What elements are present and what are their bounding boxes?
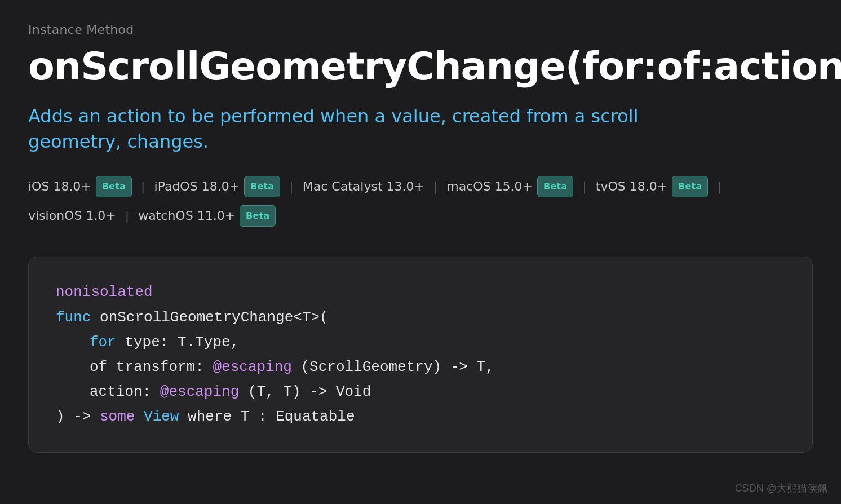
sep5: |: [717, 174, 721, 199]
platform-mac-catalyst-label: Mac Catalyst 13.0+: [303, 174, 424, 199]
code-line-1: nonisolated: [56, 280, 785, 304]
platform-watchos-label: watchOS 11.0+: [138, 204, 235, 228]
code-action-rest: [151, 383, 160, 400]
category-label: Instance Method: [28, 23, 813, 37]
macos-beta-badge: Beta: [537, 176, 573, 197]
keyword-nonisolated: nonisolated: [56, 284, 153, 300]
tvos-beta-badge: Beta: [672, 176, 708, 197]
code-line-4: of transform: @escaping (ScrollGeometry)…: [56, 355, 785, 379]
platform-macos-label: macOS 15.0+: [446, 174, 533, 199]
keyword-view: View: [135, 408, 179, 425]
code-of-rest: transform:: [107, 359, 213, 375]
platform-row-2: visionOS 1.0+ | watchOS 11.0+ Beta: [28, 204, 813, 228]
platform-ios-label: iOS 18.0+: [28, 174, 91, 199]
sep1: |: [141, 174, 145, 199]
sep6: |: [125, 204, 129, 228]
code-return-start: ) ->: [56, 408, 100, 425]
watermark: CSDN @大熊猫侯佩: [735, 481, 827, 495]
sep3: |: [433, 174, 437, 199]
ios-beta-badge: Beta: [96, 176, 132, 197]
platform-macos: macOS 15.0+ Beta: [446, 174, 573, 199]
code-where-clause: where T : Equatable: [179, 408, 355, 425]
platform-row-1: iOS 18.0+ Beta | iPadOS 18.0+ Beta | Mac…: [28, 174, 813, 199]
keyword-for: for: [90, 334, 116, 351]
code-line-5: action: @escaping (T, T) -> Void: [56, 379, 785, 404]
platforms-container: iOS 18.0+ Beta | iPadOS 18.0+ Beta | Mac…: [28, 174, 813, 228]
platform-watchos: watchOS 11.0+ Beta: [138, 204, 276, 228]
keyword-of: of: [90, 359, 107, 375]
sep4: |: [582, 174, 586, 199]
platform-mac-catalyst: Mac Catalyst 13.0+: [303, 174, 424, 199]
keyword-escaping-1: @escaping: [213, 359, 291, 375]
platform-ipados-label: iPadOS 18.0+: [154, 174, 240, 199]
code-line-3: for type: T.Type,: [56, 330, 785, 355]
code-for-rest: type: T.Type,: [116, 334, 239, 351]
platform-visionos: visionOS 1.0+: [28, 204, 116, 228]
keyword-escaping-2: @escaping: [160, 383, 239, 400]
code-of-rest2: (ScrollGeometry) -> T,: [292, 359, 494, 375]
platform-visionos-label: visionOS 1.0+: [28, 204, 116, 228]
code-action-rest2: (T, T) -> Void: [239, 383, 371, 400]
code-line-2: func onScrollGeometryChange<T>(: [56, 305, 785, 330]
description: Adds an action to be performed when a va…: [28, 104, 705, 154]
keyword-func: func: [56, 309, 91, 326]
watchos-beta-badge: Beta: [240, 205, 276, 227]
platform-ipados: iPadOS 18.0+ Beta: [154, 174, 281, 199]
platform-tvos-label: tvOS 18.0+: [596, 174, 667, 199]
code-line-6: ) -> some View where T : Equatable: [56, 404, 785, 429]
page-container: Instance Method onScrollGeometryChange(f…: [28, 23, 813, 453]
keyword-some: some: [100, 408, 135, 425]
keyword-action: action:: [90, 383, 151, 400]
sep2: |: [289, 174, 293, 199]
platform-tvos: tvOS 18.0+ Beta: [596, 174, 709, 199]
platform-ios: iOS 18.0+ Beta: [28, 174, 132, 199]
ipados-beta-badge: Beta: [244, 176, 280, 197]
method-title: onScrollGeometryChange(for:of:action:): [28, 46, 813, 88]
code-block: nonisolated func onScrollGeometryChange<…: [28, 257, 813, 452]
code-method-name: onScrollGeometryChange<T>(: [91, 309, 328, 326]
